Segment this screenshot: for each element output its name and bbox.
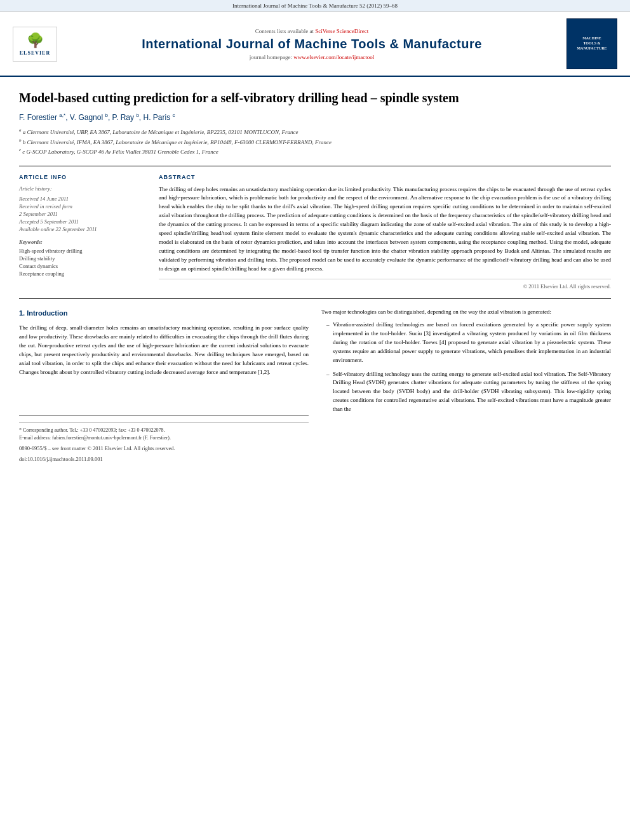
affiliation-b: b b Clermont Université, IFMA, EA 3867, … — [19, 137, 611, 147]
contents-available-line: Contents lists available at Contents lis… — [57, 28, 566, 34]
elsevier-tree-icon: 🌳 — [27, 32, 44, 49]
history-row-0: Received 14 June 2011 — [19, 196, 146, 202]
article-info-abstract-section: ARTICLE INFO Article history: Received 1… — [19, 166, 611, 290]
authors-line: F. Forestier a,*, V. Gagnol b, P. Ray b,… — [19, 112, 611, 122]
keywords-section: Keywords: High-speed vibratory drilling … — [19, 239, 146, 277]
paper-title: Model-based cutting prediction for a sel… — [19, 90, 611, 106]
abstract-label: ABSTRACT — [159, 174, 611, 180]
body-right-col: Two major technologies can be distinguis… — [321, 308, 611, 463]
article-history-label: Article history: — [19, 185, 146, 192]
doi-text: doi:10.1016/j.ijmachtools.2011.09.001 — [19, 456, 103, 462]
author-forestier: F. Forestier a,* — [19, 113, 65, 122]
keyword-2: Drilling stability — [19, 255, 146, 262]
author-paris: H. Paris c — [144, 113, 175, 122]
abstract-text: The drilling of deep holes remains an un… — [159, 185, 611, 274]
technology-list: Vibration-assisted drilling technologies… — [326, 321, 611, 414]
journal-reference-text: International Journal of Machine Tools &… — [232, 3, 398, 9]
history-row-1: Received in revised form — [19, 203, 146, 210]
section-1-heading: 1. Introduction — [19, 308, 309, 319]
history-row-4: Available online 22 September 2011 — [19, 226, 146, 232]
issn-text: 0890-6955/$ – see front matter © 2011 El… — [19, 445, 175, 451]
bullet-vibration-assisted: Vibration-assisted drilling technologies… — [326, 321, 611, 365]
contents-text: Contents lists available at — [255, 28, 315, 34]
homepage-label: journal homepage: — [250, 54, 293, 60]
affiliations: a a Clermont Université, UBP, EA 3867, L… — [19, 127, 611, 157]
affiliation-c: c c G-SCOP Laboratory, G-SCOP 46 Av Féli… — [19, 147, 611, 157]
article-info-column: ARTICLE INFO Article history: Received 1… — [19, 174, 146, 290]
footnote-content: * Corresponding author. Tel.: +33 0 4700… — [19, 422, 309, 442]
sciverse-link-display[interactable]: SciVerse ScienceDirect — [315, 28, 368, 34]
bullet-self-vibratory: Self-vibratory drilling technology uses … — [326, 370, 611, 415]
body-left-col: 1. Introduction The drilling of deep, sm… — [19, 308, 309, 463]
right-col-intro: Two major technologies can be distinguis… — [321, 308, 611, 317]
keyword-3: Contact dynamics — [19, 263, 146, 269]
history-row-3: Accepted 5 September 2011 — [19, 218, 146, 225]
copyright-line: © 2011 Elsevier Ltd. All rights reserved… — [159, 279, 611, 290]
footnote-area: * Corresponding author. Tel.: +33 0 4700… — [19, 415, 309, 463]
journal-homepage: journal homepage: www.elsevier.com/locat… — [57, 54, 566, 60]
doi-line: doi:10.1016/j.ijmachtools.2011.09.001 — [19, 455, 309, 463]
author-ray: P. Ray b — [112, 113, 139, 122]
article-history-rows: Received 14 June 2011 Received in revise… — [19, 196, 146, 232]
journal-header: 🌳 ELSEVIER Contents lists available at C… — [0, 12, 630, 77]
journal-header-center: Contents lists available at Contents lis… — [57, 28, 566, 60]
abstract-column: ABSTRACT The drilling of deep holes rema… — [159, 174, 611, 290]
journal-header-left: 🌳 ELSEVIER — [13, 27, 57, 62]
history-row-2: 2 September 2011 — [19, 211, 146, 217]
journal-thumbnail: MACHINETOOLS &MANUFACTURE — [566, 18, 617, 69]
body-columns: 1. Introduction The drilling of deep, sm… — [19, 308, 611, 463]
main-content: Model-based cutting prediction for a sel… — [0, 77, 630, 476]
homepage-link[interactable]: www.elsevier.com/locate/ijmactool — [293, 54, 374, 60]
footnote-corresponding: * Corresponding author. Tel.: +33 0 4700… — [19, 427, 309, 434]
issn-line: 0890-6955/$ – see front matter © 2011 El… — [19, 444, 309, 453]
elsevier-logo: 🌳 ELSEVIER — [13, 27, 57, 62]
article-info-label: ARTICLE INFO — [19, 174, 146, 180]
journal-title: International Journal of Machine Tools &… — [57, 37, 566, 51]
keywords-label: Keywords: — [19, 239, 146, 245]
intro-paragraph: The drilling of deep, small-diameter hol… — [19, 324, 309, 377]
affiliation-a: a a Clermont Université, UBP, EA 3867, L… — [19, 127, 611, 137]
keyword-1: High-speed vibratory drilling — [19, 248, 146, 254]
journal-reference-bar: International Journal of Machine Tools &… — [0, 0, 630, 12]
keyword-4: Receptance coupling — [19, 270, 146, 277]
section-divider — [19, 298, 611, 299]
journal-thumbnail-text: MACHINETOOLS &MANUFACTURE — [577, 36, 607, 51]
author-gagnol: V. Gagnol b — [70, 113, 108, 122]
elsevier-label: ELSEVIER — [20, 50, 50, 56]
footnote-email: E-mail address: fabien.forestier@montut.… — [19, 434, 309, 442]
